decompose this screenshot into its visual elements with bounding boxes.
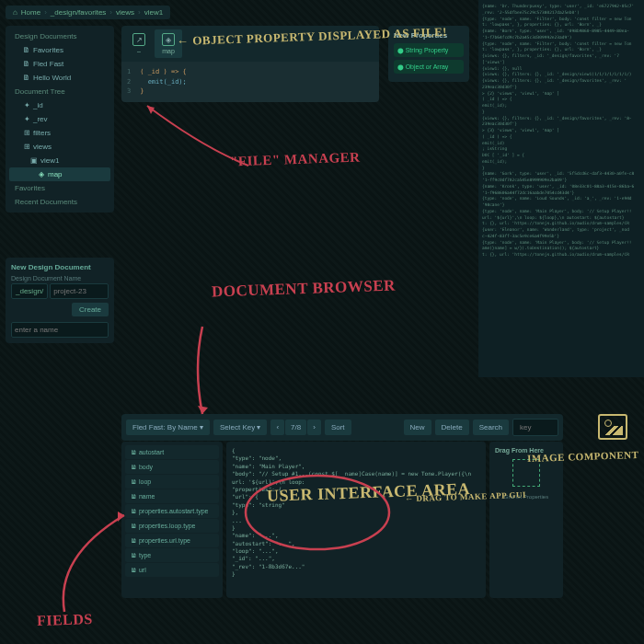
new-button[interactable]: New [404,420,431,435]
chevron-right-icon: › [44,8,47,17]
field-properties-url-type[interactable]: 🗎 properties.url.type [125,534,219,547]
tree-icon: ⊞ [22,143,31,151]
sidebar-doc-hello[interactable]: 🗎Hello World [9,71,110,85]
breadcrumb-item[interactable]: views [116,8,134,17]
file-icon: 🗎 [22,46,31,54]
sidebar-doc-fledfast[interactable]: 🗎Fled Fast [9,57,110,71]
sort-button[interactable]: Sort [325,420,351,435]
view-title-dropdown[interactable]: Fled Fast: By Name ▾ [126,420,210,435]
doc-tree-header[interactable]: Document Tree [9,85,110,98]
json-preview[interactable]: { "type": "node", "name": "Main Player",… [226,442,486,598]
file-icon: 🗎 [22,74,31,82]
code-editor[interactable]: 1 ( _id ) => { 2 emit(_id); 3 } [121,62,379,102]
drag-title: Drag From Here [495,447,558,454]
tab-map[interactable]: ◈ map [155,29,182,58]
breadcrumb-item[interactable]: view1 [144,8,163,17]
doc-name-input[interactable] [50,283,109,299]
field-properties-loop-type[interactable]: 🗎 properties.loop.type [125,519,219,533]
tab-file[interactable]: ↗ – [125,29,153,58]
tree-item-_id[interactable]: ✦_id [9,98,110,112]
page-indicator: 7/8 [285,420,306,435]
field-body[interactable]: 🗎 body [125,460,219,474]
field-url[interactable]: 🗎 url [125,563,219,577]
document-browser: 🗎 autostart🗎 body🗎 loop🗎 name🗎 propertie… [121,442,563,598]
tree-item-_rev[interactable]: ✦_rev [9,112,110,126]
object-array-button[interactable]: Object or Array [394,60,464,74]
file-manager: ↗ – ◈ map 1 ( _id ) => { 2 emit(_id); 3 … [121,26,379,102]
chevron-right-icon: › [109,8,112,17]
new-design-doc-panel: New Design Document Design Document Name… [6,258,114,343]
annotation-fields: FIELDS [37,611,93,629]
design-docs-header[interactable]: Design Documents [9,29,110,43]
image-component-icon [598,414,627,440]
search-input[interactable] [512,419,558,436]
sidebar-doc-favorites[interactable]: 🗎Favorites [9,43,110,57]
annotation-doc-browser: DOCUMENT BROWSER [212,278,396,302]
favorites-header[interactable]: Favorites [9,181,110,195]
annotation-file-manager: "FILE" MANAGER [230,150,361,170]
tree-item-map[interactable]: ◈map [9,167,110,181]
tree-icon: ▣ [29,156,39,165]
field-list: 🗎 autostart🗎 body🗎 loop🗎 name🗎 propertie… [121,442,223,598]
design-prefix: _design/ [11,283,48,299]
new-doc-title: New Design Document [11,263,109,271]
string-property-button[interactable]: String Property [394,43,464,57]
tree-item-view1[interactable]: ▣view1 [9,154,110,167]
tree-icon: ✦ [22,115,31,123]
arrow-doc-browser [179,322,225,423]
tree-item-filters[interactable]: ⊞filters [9,126,110,140]
doc-name-label: Design Document Name [11,275,109,282]
map-icon: ◈ [162,33,175,46]
pager: ‹ 7/8 › [270,420,320,435]
tree-icon: ◈ [37,170,46,178]
home-icon[interactable]: ⌂ [13,8,17,17]
create-button[interactable]: Create [72,303,109,316]
field-loop[interactable]: 🗎 loop [125,475,219,489]
prev-page-button[interactable]: ‹ [270,420,284,435]
browser-toolbar: Fled Fast: By Name ▾ Select Key ▾ ‹ 7/8 … [121,414,563,441]
drag-dropzone[interactable] [512,459,540,487]
field-properties-autostart-type[interactable]: 🗎 properties.autostart.type [125,504,219,518]
drag-caption: Grid Of Properties [495,494,558,500]
file-icon: 🗎 [22,60,31,68]
delete-button[interactable]: Delete [435,420,469,435]
next-page-button[interactable]: › [307,420,321,435]
new-properties-panel: New Properties String Property Object or… [388,26,469,82]
file-icon: ↗ [132,33,145,46]
breadcrumb: ⌂ Home › _design/favorites › views › vie… [6,6,170,19]
tree-icon: ✦ [22,101,31,109]
tree-item-views[interactable]: ⊞views [9,140,110,154]
sidebar: Design Documents 🗎Favorites 🗎Fled Fast 🗎… [6,26,114,213]
field-type[interactable]: 🗎 type [125,548,219,562]
new-props-title: New Properties [394,31,464,40]
tree-icon: ⊞ [22,129,31,137]
recent-header[interactable]: Recent Documents [9,195,110,209]
enter-name-input[interactable] [11,322,109,338]
image-icon [598,414,627,440]
breadcrumb-item[interactable]: _design/favorites [51,8,106,17]
select-key-dropdown[interactable]: Select Key ▾ [213,420,267,435]
breadcrumb-item[interactable]: Home [21,8,40,17]
chevron-right-icon: › [138,8,141,17]
field-name[interactable]: 🗎 name [125,489,219,503]
arrow-file-manager [129,101,258,184]
background-code: {name: 'Dr. Thunderpussy', type: 'user',… [478,0,644,377]
field-autostart[interactable]: 🗎 autostart [125,445,219,459]
search-button[interactable]: Search [473,420,509,435]
drag-panel: Drag From Here Grid Of Properties [489,442,563,598]
